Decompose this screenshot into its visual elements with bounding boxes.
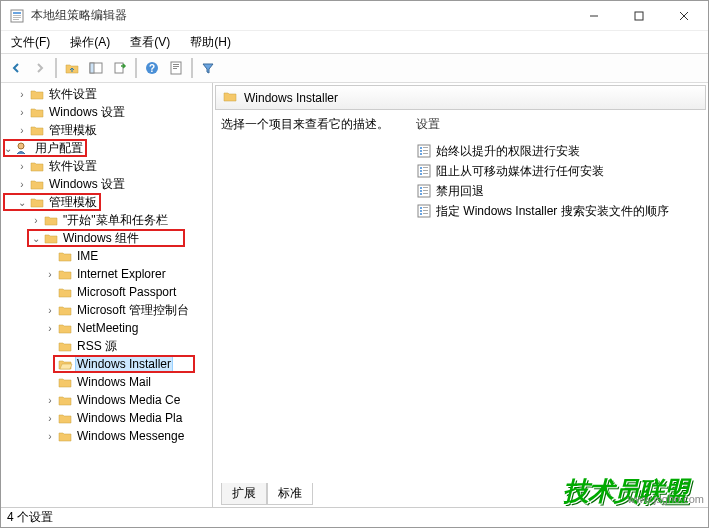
tree-item[interactable]: ›管理模板 bbox=[1, 121, 212, 139]
settings-column: 设置 始终以提升的权限进行安装 阻止从可移动媒体进行任何安装 禁用回退 指定 W… bbox=[416, 116, 700, 503]
svg-rect-39 bbox=[423, 193, 428, 194]
tree-label: Windows 组件 bbox=[61, 230, 141, 247]
folder-icon bbox=[29, 86, 45, 102]
tree-item[interactable]: IME bbox=[1, 247, 212, 265]
folder-icon bbox=[43, 212, 59, 228]
help-button[interactable]: ? bbox=[141, 57, 163, 79]
tree-item-windows-installer[interactable]: Windows Installer bbox=[1, 355, 212, 373]
svg-rect-29 bbox=[420, 173, 422, 175]
menu-file[interactable]: 文件(F) bbox=[7, 32, 54, 53]
tree-label: 软件设置 bbox=[47, 158, 99, 175]
svg-rect-45 bbox=[423, 210, 428, 211]
tree-label: "开始"菜单和任务栏 bbox=[61, 212, 170, 229]
column-header-setting[interactable]: 设置 bbox=[416, 116, 700, 133]
tree-item[interactable]: ›Windows Media Pla bbox=[1, 409, 212, 427]
expand-icon[interactable]: ⌄ bbox=[1, 143, 15, 154]
tree-item[interactable]: ›软件设置 bbox=[1, 157, 212, 175]
svg-rect-11 bbox=[115, 63, 123, 73]
setting-item[interactable]: 指定 Windows Installer 搜索安装文件的顺序 bbox=[416, 201, 700, 221]
tree-label: Microsoft Passport bbox=[75, 285, 178, 299]
back-button[interactable] bbox=[5, 57, 27, 79]
policy-icon bbox=[416, 203, 432, 219]
expand-icon[interactable]: › bbox=[15, 179, 29, 190]
collapse-icon[interactable]: ⌄ bbox=[15, 197, 29, 208]
filter-button[interactable] bbox=[197, 57, 219, 79]
tree-item[interactable]: ›Microsoft 管理控制台 bbox=[1, 301, 212, 319]
maximize-button[interactable] bbox=[616, 1, 661, 30]
separator bbox=[191, 58, 193, 78]
tab-standard[interactable]: 标准 bbox=[267, 483, 313, 505]
tree-item[interactable]: ›Internet Explorer bbox=[1, 265, 212, 283]
folder-icon bbox=[29, 194, 45, 210]
tree-label: IME bbox=[75, 249, 100, 263]
expand-icon[interactable]: › bbox=[43, 305, 57, 316]
setting-item[interactable]: 阻止从可移动媒体进行任何安装 bbox=[416, 161, 700, 181]
menu-view[interactable]: 查看(V) bbox=[126, 32, 174, 53]
export-button[interactable] bbox=[109, 57, 131, 79]
tree-label: Windows Messenge bbox=[75, 429, 186, 443]
tab-extended[interactable]: 扩展 bbox=[221, 483, 267, 505]
folder-icon bbox=[29, 158, 45, 174]
window-buttons bbox=[571, 1, 706, 30]
expand-icon[interactable]: › bbox=[15, 89, 29, 100]
tree-item[interactable]: ›软件设置 bbox=[1, 85, 212, 103]
tree-label: 用户配置 bbox=[33, 140, 85, 157]
setting-item[interactable]: 始终以提升的权限进行安装 bbox=[416, 141, 700, 161]
tree-item-admin-templates[interactable]: ⌄管理模板 bbox=[1, 193, 212, 211]
menubar: 文件(F) 操作(A) 查看(V) 帮助(H) bbox=[1, 31, 708, 53]
expand-icon[interactable]: › bbox=[29, 215, 43, 226]
tree-item[interactable]: Windows Mail bbox=[1, 373, 212, 391]
separator bbox=[135, 58, 137, 78]
expand-icon[interactable]: › bbox=[43, 269, 57, 280]
folder-icon bbox=[57, 338, 73, 354]
svg-rect-34 bbox=[420, 187, 422, 189]
svg-rect-10 bbox=[90, 63, 94, 73]
menu-help[interactable]: 帮助(H) bbox=[186, 32, 235, 53]
setting-label: 指定 Windows Installer 搜索安装文件的顺序 bbox=[436, 203, 669, 220]
content: ›软件设置 ›Windows 设置 ›管理模板 ⌄用户配置 ›软件设置 ›Win… bbox=[1, 83, 708, 507]
svg-rect-41 bbox=[420, 207, 422, 209]
svg-rect-35 bbox=[420, 190, 422, 192]
menu-action[interactable]: 操作(A) bbox=[66, 32, 114, 53]
folder-icon bbox=[57, 428, 73, 444]
tree-item[interactable]: ›"开始"菜单和任务栏 bbox=[1, 211, 212, 229]
svg-rect-3 bbox=[13, 17, 21, 18]
tree-item[interactable]: ›NetMeeting bbox=[1, 319, 212, 337]
properties-button[interactable] bbox=[165, 57, 187, 79]
tree-item[interactable]: ›Windows 设置 bbox=[1, 175, 212, 193]
tree-label: Windows Media Ce bbox=[75, 393, 182, 407]
close-button[interactable] bbox=[661, 1, 706, 30]
expand-icon[interactable]: › bbox=[43, 323, 57, 334]
expand-icon[interactable]: › bbox=[43, 413, 57, 424]
tree-item[interactable]: ›Windows 设置 bbox=[1, 103, 212, 121]
tree-item[interactable]: RSS 源 bbox=[1, 337, 212, 355]
expand-icon[interactable]: › bbox=[15, 125, 29, 136]
tree-label: Windows 设置 bbox=[47, 176, 127, 193]
expand-icon[interactable]: › bbox=[15, 107, 29, 118]
show-hide-tree-button[interactable] bbox=[85, 57, 107, 79]
collapse-icon[interactable]: ⌄ bbox=[29, 233, 43, 244]
svg-rect-1 bbox=[13, 12, 21, 14]
tree-label: 软件设置 bbox=[47, 86, 99, 103]
expand-icon[interactable]: › bbox=[43, 395, 57, 406]
setting-label: 禁用回退 bbox=[436, 183, 484, 200]
folder-icon bbox=[57, 320, 73, 336]
svg-rect-20 bbox=[420, 147, 422, 149]
folder-icon bbox=[43, 230, 59, 246]
tree-label: Windows Media Pla bbox=[75, 411, 184, 425]
tree-item-user-config[interactable]: ⌄用户配置 bbox=[1, 139, 212, 157]
expand-icon[interactable]: › bbox=[43, 431, 57, 442]
minimize-button[interactable] bbox=[571, 1, 616, 30]
tree-item[interactable]: ›Windows Messenge bbox=[1, 427, 212, 445]
tabs: 扩展 标准 bbox=[221, 483, 313, 505]
svg-rect-30 bbox=[423, 167, 428, 168]
svg-rect-25 bbox=[423, 153, 428, 154]
up-button[interactable] bbox=[61, 57, 83, 79]
tree-item[interactable]: ›Windows Media Ce bbox=[1, 391, 212, 409]
tree-item[interactable]: Microsoft Passport bbox=[1, 283, 212, 301]
forward-button[interactable] bbox=[29, 57, 51, 79]
expand-icon[interactable]: › bbox=[15, 161, 29, 172]
setting-item[interactable]: 禁用回退 bbox=[416, 181, 700, 201]
svg-point-18 bbox=[18, 143, 24, 149]
tree-item-windows-components[interactable]: ⌄Windows 组件 bbox=[1, 229, 212, 247]
